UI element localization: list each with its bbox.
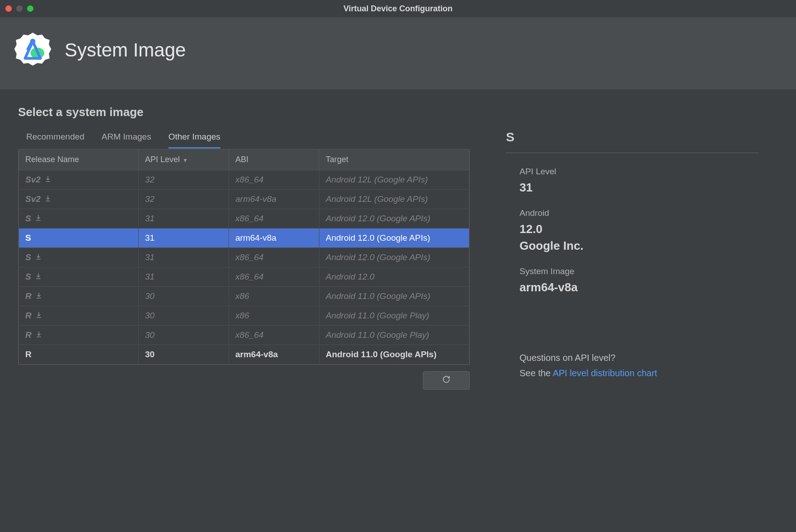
column-target[interactable]: Target bbox=[319, 149, 469, 170]
download-icon[interactable] bbox=[35, 311, 42, 321]
refresh-icon bbox=[441, 376, 451, 385]
release-name: Sv2 bbox=[25, 194, 41, 204]
system-image-table: Release Name API Level▼ ABI Target Sv232… bbox=[18, 149, 470, 365]
detail-android-version: 12.0 bbox=[520, 221, 759, 237]
abi-cell: arm64-v8a bbox=[229, 345, 319, 364]
tab-arm-images[interactable]: ARM Images bbox=[102, 132, 151, 149]
download-icon[interactable] bbox=[44, 175, 52, 185]
release-name: S bbox=[25, 272, 31, 281]
download-icon[interactable] bbox=[35, 330, 42, 340]
column-abi[interactable]: ABI bbox=[229, 149, 319, 170]
column-api-level[interactable]: API Level▼ bbox=[139, 149, 229, 170]
close-window-button[interactable] bbox=[5, 5, 12, 12]
tab-recommended[interactable]: Recommended bbox=[26, 132, 84, 149]
download-icon[interactable] bbox=[35, 291, 42, 301]
release-name: R bbox=[25, 330, 32, 340]
release-name: R bbox=[25, 291, 32, 301]
window-title: Virtual Device Configuration bbox=[343, 4, 453, 14]
abi-cell: arm64-v8a bbox=[229, 190, 319, 209]
api-level-cell: 30 bbox=[139, 306, 229, 326]
abi-cell: x86_64 bbox=[229, 248, 319, 267]
release-name: R bbox=[25, 311, 32, 320]
page-title: System Image bbox=[65, 39, 186, 61]
detail-sysimage-label: System Image bbox=[520, 266, 759, 276]
release-name: Sv2 bbox=[25, 175, 41, 184]
table-row[interactable]: R30x86_64Android 11.0 (Google Play) bbox=[19, 326, 469, 345]
detail-android-label: Android bbox=[520, 208, 759, 218]
table-row[interactable]: R30x86Android 11.0 (Google APIs) bbox=[19, 287, 469, 306]
section-title: Select a system image bbox=[18, 105, 479, 119]
target-cell: Android 12.0 (Google APIs) bbox=[319, 248, 469, 267]
tabs: RecommendedARM ImagesOther Images bbox=[18, 132, 479, 149]
detail-api-value: 31 bbox=[520, 179, 759, 196]
abi-cell: x86_64 bbox=[229, 209, 319, 229]
maximize-window-button[interactable] bbox=[27, 5, 33, 12]
target-cell: Android 12.0 (Google APIs) bbox=[319, 209, 469, 229]
api-level-cell: 30 bbox=[139, 287, 229, 306]
detail-api-label: API Level bbox=[520, 167, 759, 177]
api-level-cell: 32 bbox=[139, 190, 229, 209]
release-name: S bbox=[25, 252, 31, 262]
sort-desc-icon: ▼ bbox=[183, 157, 188, 163]
table-row[interactable]: S31x86_64Android 12.0 (Google APIs) bbox=[19, 248, 469, 267]
download-icon[interactable] bbox=[44, 194, 52, 204]
download-icon[interactable] bbox=[35, 214, 42, 224]
api-level-cell: 32 bbox=[139, 170, 229, 190]
left-pane: Select a system image RecommendedARM Ima… bbox=[18, 105, 479, 390]
table-row[interactable]: R30x86Android 11.0 (Google Play) bbox=[19, 306, 469, 326]
target-cell: Android 12L (Google APIs) bbox=[319, 170, 469, 190]
title-bar: Virtual Device Configuration bbox=[0, 0, 796, 17]
release-name: S bbox=[25, 233, 31, 243]
target-cell: Android 12.0 bbox=[319, 267, 469, 287]
release-name: S bbox=[25, 214, 31, 223]
api-distribution-link[interactable]: API level distribution chart bbox=[553, 368, 657, 378]
abi-cell: x86_64 bbox=[229, 267, 319, 287]
minimize-window-button[interactable] bbox=[16, 5, 23, 12]
refresh-button[interactable] bbox=[423, 371, 470, 390]
table-row[interactable]: Sv232x86_64Android 12L (Google APIs) bbox=[19, 170, 469, 190]
traffic-lights bbox=[5, 5, 33, 12]
release-name: R bbox=[25, 350, 32, 359]
detail-vendor: Google Inc. bbox=[520, 238, 759, 254]
table-row[interactable]: S31x86_64Android 12.0 bbox=[19, 267, 469, 287]
target-cell: Android 11.0 (Google APIs) bbox=[319, 287, 469, 306]
detail-sysimage-value: arm64-v8a bbox=[520, 279, 759, 295]
abi-cell: x86_64 bbox=[229, 170, 319, 190]
download-icon[interactable] bbox=[35, 252, 42, 262]
column-release-name[interactable]: Release Name bbox=[19, 149, 139, 170]
target-cell: Android 11.0 (Google APIs) bbox=[319, 345, 469, 364]
details-pane: S API Level 31 Android 12.0 Google Inc. … bbox=[506, 105, 759, 390]
target-cell: Android 12.0 (Google APIs) bbox=[319, 229, 469, 248]
android-studio-icon bbox=[14, 31, 52, 69]
api-level-cell: 31 bbox=[139, 248, 229, 267]
table-row[interactable]: S31arm64-v8aAndroid 12.0 (Google APIs) bbox=[19, 229, 469, 248]
abi-cell: x86 bbox=[229, 287, 319, 306]
table-row[interactable]: Sv232arm64-v8aAndroid 12L (Google APIs) bbox=[19, 190, 469, 209]
page-header: System Image bbox=[0, 17, 796, 89]
tab-other-images[interactable]: Other Images bbox=[169, 132, 220, 149]
abi-cell: x86 bbox=[229, 306, 319, 326]
api-level-cell: 30 bbox=[139, 345, 229, 364]
abi-cell: arm64-v8a bbox=[229, 229, 319, 248]
api-level-cell: 30 bbox=[139, 326, 229, 345]
questions-title: Questions on API level? bbox=[520, 350, 759, 365]
api-level-cell: 31 bbox=[139, 229, 229, 248]
target-cell: Android 11.0 (Google Play) bbox=[319, 326, 469, 345]
target-cell: Android 12L (Google APIs) bbox=[319, 190, 469, 209]
details-header: S bbox=[506, 130, 759, 153]
questions-prefix: See the bbox=[520, 368, 553, 378]
abi-cell: x86_64 bbox=[229, 326, 319, 345]
table-row[interactable]: R30arm64-v8aAndroid 11.0 (Google APIs) bbox=[19, 345, 469, 364]
api-level-cell: 31 bbox=[139, 209, 229, 229]
api-level-cell: 31 bbox=[139, 267, 229, 287]
table-row[interactable]: S31x86_64Android 12.0 (Google APIs) bbox=[19, 209, 469, 229]
download-icon[interactable] bbox=[35, 272, 42, 282]
target-cell: Android 11.0 (Google Play) bbox=[319, 306, 469, 326]
